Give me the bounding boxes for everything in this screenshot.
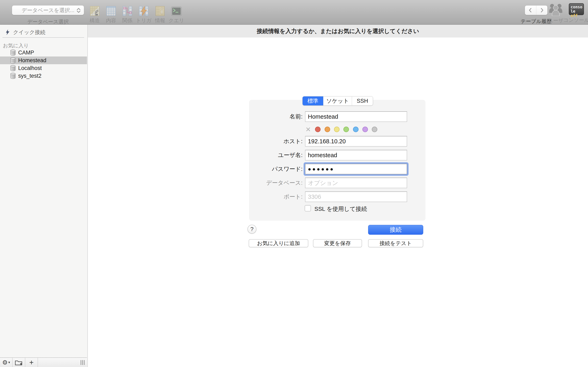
connection-type-tabs: 標準 ソケット SSH <box>302 96 373 106</box>
quick-connect-item[interactable]: クイック接続 <box>0 27 87 37</box>
plus-icon: + <box>29 359 34 366</box>
toolbar-info-button[interactable]: i 情報 <box>151 3 169 24</box>
color-clear-button[interactable]: ✕ <box>305 125 311 133</box>
color-swatch-yellow[interactable] <box>334 127 339 132</box>
toolbar-item-label: 内容 <box>106 17 116 24</box>
port-input[interactable] <box>305 192 407 202</box>
caret-down-icon: ▾ <box>8 360 10 365</box>
database-icon <box>10 73 16 79</box>
gear-icon: ⚙ <box>2 359 8 366</box>
favorite-item-localhost[interactable]: Localhost <box>0 64 87 72</box>
host-field-label: ホスト: <box>235 138 303 145</box>
quick-connect-bolt-icon <box>5 29 10 35</box>
database-select-placeholder: データベースを選択... <box>22 7 75 14</box>
toolbar-content-button[interactable]: 内容 <box>102 3 120 24</box>
tab-standard[interactable]: 標準 <box>303 96 323 105</box>
help-button[interactable]: ? <box>247 225 256 234</box>
quick-connect-label: クイック接続 <box>13 29 45 36</box>
add-favorite-button[interactable]: + <box>25 358 38 367</box>
database-input[interactable] <box>305 178 407 188</box>
header-message-text: 接続情報を入力するか、またはお気に入りを選択してください <box>257 27 419 35</box>
name-input[interactable] <box>305 111 407 122</box>
toolbar-structure-button[interactable]: 構造 <box>86 3 104 24</box>
console-off-icon: conso le off <box>569 3 584 15</box>
favorites-sidebar: クイック接続 お気に入り CAMP Homestead Localhost sy… <box>0 25 88 367</box>
color-swatch-blue[interactable] <box>353 127 359 132</box>
toolbar-item-label: トリガ <box>136 17 152 24</box>
name-field-label: 名前: <box>235 113 303 120</box>
favorites-header: お気に入り <box>3 42 29 49</box>
database-icon <box>10 57 16 63</box>
trigger-icon <box>139 3 148 16</box>
favorite-item-sys-test2[interactable]: sys_test2 <box>0 72 87 80</box>
app-window: データベースを選択... データベース選択 構造 <box>0 0 588 367</box>
color-swatch-gray[interactable] <box>372 127 377 132</box>
relations-icon <box>123 3 132 16</box>
tab-socket[interactable]: ソケット <box>323 96 352 105</box>
database-select-dropdown[interactable]: データベースを選択... <box>12 5 84 15</box>
toolbar-console-button[interactable]: conso le off コンソール <box>562 3 588 24</box>
users-icon <box>549 3 562 16</box>
chevron-left-icon <box>528 7 533 13</box>
favorites-list: CAMP Homestead Localhost sys_test2 <box>0 49 87 80</box>
toolbar-item-label: 関係 <box>122 17 132 24</box>
add-to-favorites-button[interactable]: お気に入りに追加 <box>249 239 308 247</box>
users-label: ユーザ <box>548 17 563 24</box>
chevron-updown-icon <box>76 7 81 15</box>
color-swatch-red[interactable] <box>315 127 320 132</box>
favorite-item-camp[interactable]: CAMP <box>0 49 87 57</box>
database-select-label: データベース選択 <box>12 18 84 25</box>
ssl-checkbox[interactable] <box>305 205 311 211</box>
table-info-icon: i <box>156 3 164 16</box>
favorite-name: CAMP <box>18 50 34 56</box>
password-field-label: パスワード: <box>235 166 303 173</box>
connect-button[interactable]: 接続 <box>368 225 423 235</box>
database-icon <box>10 50 16 56</box>
tab-ssh[interactable]: SSH <box>352 96 373 105</box>
ssl-checkbox-label: SSL を使用して接続 <box>314 205 367 213</box>
username-input[interactable] <box>305 150 407 160</box>
connection-header-message: 接続情報を入力するか、またはお気に入りを選択してください <box>88 25 588 38</box>
toolbar-item-label: クエリ <box>169 17 184 24</box>
favorites-actions-button[interactable]: ⚙ ▾ <box>0 358 13 367</box>
sidebar-divider <box>2 37 84 38</box>
favorite-name: Localhost <box>18 65 42 71</box>
history-back-button[interactable] <box>525 6 536 15</box>
favorite-item-homestead[interactable]: Homestead <box>0 57 87 64</box>
toolbar-query-button[interactable]: クエリ <box>167 3 186 24</box>
color-swatch-purple[interactable] <box>362 127 368 132</box>
structure-table-icon <box>90 3 99 16</box>
svg-text:i: i <box>160 7 163 15</box>
database-icon <box>10 65 16 71</box>
color-swatch-orange[interactable] <box>325 127 330 132</box>
toolbar-relations-button[interactable]: 関係 <box>118 3 137 24</box>
color-swatch-green[interactable] <box>343 127 349 132</box>
password-input[interactable] <box>305 164 407 174</box>
toolbar-trigger-button[interactable]: トリガ <box>135 3 153 24</box>
test-connection-button[interactable]: 接続をテスト <box>368 239 423 247</box>
add-folder-button[interactable] <box>13 358 25 367</box>
user-field-label: ユーザ名: <box>235 152 303 159</box>
favorite-name: sys_test2 <box>18 73 42 79</box>
console-label: コンソール <box>563 17 588 24</box>
sidebar-bottom-bar: ⚙ ▾ + <box>0 358 87 367</box>
toolbar-item-label: 構造 <box>90 17 100 24</box>
port-field-label: ポート: <box>235 193 303 200</box>
database-field-label: データベース: <box>235 179 303 186</box>
favorite-name: Homestead <box>18 57 46 64</box>
folder-plus-icon <box>15 359 23 366</box>
content-table-icon <box>106 3 116 16</box>
save-changes-button[interactable]: 変更を保存 <box>313 239 362 247</box>
query-terminal-icon <box>171 3 182 16</box>
sidebar-resize-handle[interactable] <box>81 358 85 367</box>
host-input[interactable] <box>305 136 407 147</box>
toolbar: データベースを選択... データベース選択 構造 <box>0 0 588 25</box>
toolbar-item-label: 情報 <box>155 17 165 24</box>
